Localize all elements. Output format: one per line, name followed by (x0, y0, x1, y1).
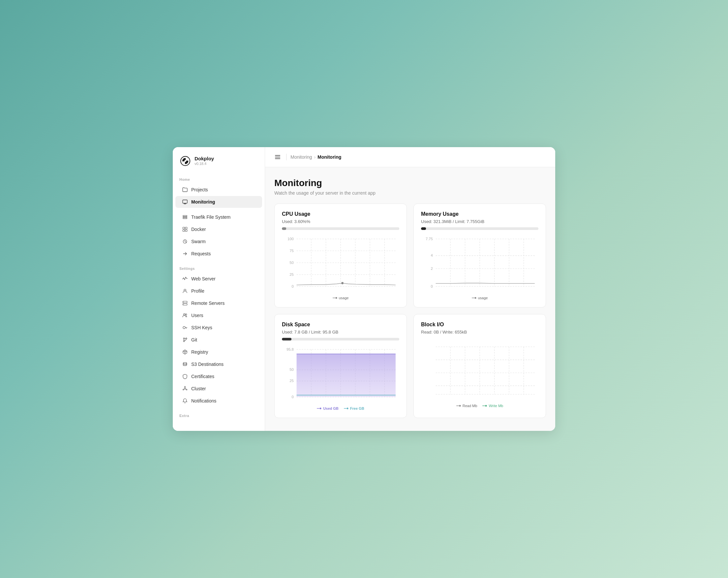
shield-icon (182, 374, 188, 379)
users-icon (182, 312, 188, 318)
cards-grid: CPU Usage Used: 3.60%% (274, 204, 546, 418)
disk-space-card: Disk Space Used: 7.8 GB / Limit: 95.8 GB (274, 314, 407, 418)
svg-text:50: 50 (289, 261, 293, 265)
cpu-chart: 100 75 50 25 0 (282, 235, 399, 295)
bell-icon (182, 398, 188, 404)
user-icon (182, 288, 188, 294)
svg-rect-25 (275, 155, 280, 156)
topbar-divider (286, 154, 287, 160)
sidebar-item-remote-servers[interactable]: Remote Servers (175, 297, 262, 309)
disk-progress-fill (282, 338, 291, 341)
disk-legend-free: Free GB (344, 406, 364, 410)
svg-point-15 (186, 314, 187, 315)
svg-point-22 (185, 386, 186, 387)
block-legend-read: Read Mb (456, 404, 477, 408)
layers-icon (182, 214, 188, 220)
users-label: Users (191, 313, 203, 318)
svg-rect-26 (275, 157, 280, 157)
notifications-label: Notifications (191, 398, 216, 403)
svg-rect-3 (183, 218, 187, 219)
disk-chart: 95.8 50 25 0 (282, 346, 399, 405)
sidebar-item-registry[interactable]: Registry (175, 346, 262, 358)
svg-rect-0 (183, 200, 187, 203)
section-label-settings: Settings (173, 262, 265, 273)
sidebar-item-ssh-keys[interactable]: SSH Keys (175, 322, 262, 333)
page-body: Monitoring Watch the usage of your serve… (265, 167, 555, 429)
cpu-progress-fill (282, 227, 286, 230)
traefik-label: Traefik File System (191, 215, 231, 220)
key-icon (182, 325, 188, 331)
memory-legend: usage (421, 296, 539, 300)
disk-card-title: Disk Space (282, 322, 399, 328)
sidebar-item-webserver[interactable]: Web Server (175, 273, 262, 285)
sidebar: Dokploy v0.18.4 Home Projects (173, 147, 265, 431)
sidebar-item-users[interactable]: Users (175, 309, 262, 321)
sidebar-toggle-button[interactable] (273, 152, 282, 162)
cpu-used-label: Used: 3.60%% (282, 219, 399, 224)
projects-label: Projects (191, 187, 208, 192)
sidebar-item-projects[interactable]: Projects (175, 184, 262, 196)
logo-text: Dokploy v0.18.4 (194, 156, 214, 166)
remote-servers-label: Remote Servers (191, 301, 225, 306)
webserver-label: Web Server (191, 276, 216, 281)
memory-progress-track (421, 227, 539, 230)
box-icon (182, 349, 188, 355)
sidebar-item-cluster[interactable]: Cluster (175, 383, 262, 395)
sidebar-item-requests[interactable]: Requests (175, 248, 262, 260)
svg-point-81 (346, 408, 348, 409)
block-chart (421, 343, 539, 402)
svg-text:25: 25 (289, 379, 293, 383)
cpu-legend-label: usage (339, 296, 349, 300)
sidebar-section-extra: Extra (173, 410, 265, 420)
sidebar-item-certificates[interactable]: Certificates (175, 371, 262, 382)
memory-used-label: Used: 321.3MiB / Limit: 7.755GiB (421, 219, 539, 224)
svg-rect-27 (275, 158, 280, 159)
swarm-label: Swarm (191, 239, 206, 244)
monitoring-label: Monitoring (191, 199, 215, 204)
svg-text:4: 4 (431, 253, 433, 257)
memory-legend-label: usage (478, 296, 488, 300)
sidebar-item-monitoring[interactable]: Monitoring (175, 196, 262, 208)
memory-card-title: Memory Usage (421, 211, 539, 217)
disk-progress-track (282, 338, 399, 341)
svg-point-19 (186, 338, 187, 339)
svg-text:75: 75 (289, 249, 293, 253)
svg-marker-77 (297, 354, 396, 397)
memory-legend-usage: usage (472, 296, 488, 300)
sidebar-item-profile[interactable]: Profile (175, 285, 262, 297)
svg-rect-6 (183, 230, 185, 232)
svg-text:25: 25 (289, 273, 293, 276)
logo: Dokploy v0.18.4 (173, 155, 265, 174)
cpu-legend-usage: usage (333, 296, 349, 300)
disk-legend-used: Used GB (317, 406, 338, 410)
sidebar-section-home: Home Projects Monitoring (173, 174, 265, 208)
block-write-legend-label: Write Mb (489, 404, 503, 408)
git-label: Git (191, 337, 197, 343)
server-icon (182, 300, 188, 306)
sidebar-item-notifications[interactable]: Notifications (175, 395, 262, 407)
main-content: Monitoring › Monitoring Monitoring Watch… (265, 147, 555, 431)
svg-point-96 (485, 405, 487, 407)
arrow-right-icon (182, 251, 188, 257)
sidebar-item-docker[interactable]: Docker (175, 223, 262, 235)
svg-text:50: 50 (289, 368, 293, 372)
sidebar-item-git[interactable]: Git (175, 334, 262, 346)
git-icon (182, 337, 188, 343)
breadcrumb-current: Monitoring (317, 154, 341, 160)
sidebar-item-swarm[interactable]: Swarm (175, 235, 262, 247)
logo-icon (179, 155, 191, 167)
sidebar-section-settings: Settings Web Server Profile (173, 262, 265, 407)
block-read-legend-label: Read Mb (463, 404, 477, 408)
block-legend: Read Mb Write Mb (421, 404, 539, 408)
pie-icon (182, 238, 188, 245)
svg-point-12 (183, 302, 184, 303)
svg-text:0: 0 (431, 284, 433, 288)
svg-point-44 (341, 282, 343, 284)
svg-text:0: 0 (291, 395, 293, 399)
sidebar-item-traefik[interactable]: Traefik File System (175, 211, 262, 223)
svg-text:100: 100 (287, 237, 294, 241)
database-icon (182, 361, 188, 367)
sidebar-item-s3[interactable]: S3 Destinations (175, 358, 262, 370)
svg-rect-4 (183, 227, 185, 229)
cpu-card-title: CPU Usage (282, 211, 399, 217)
